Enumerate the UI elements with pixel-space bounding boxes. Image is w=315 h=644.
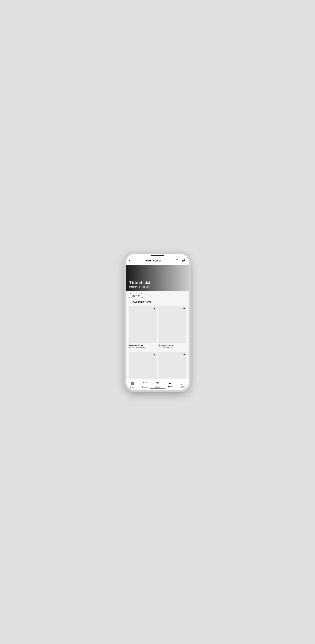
bottom-nav: Home Browse My Bag ♥ He: [126, 378, 189, 390]
menu-line-2: [129, 302, 132, 302]
share-icon: [175, 259, 179, 262]
product-card[interactable]: ♥: [129, 352, 156, 378]
heart-button[interactable]: ♥: [183, 307, 185, 310]
svg-rect-5: [132, 383, 134, 384]
browse-label: Browse: [142, 386, 148, 388]
product-image: ♥: [158, 352, 186, 378]
hero-banner: Title of List Description goes here: [126, 265, 189, 291]
hearts-nav-icon: ♥: [169, 382, 171, 385]
profile-icon: [181, 382, 184, 386]
product-image: ♥: [129, 306, 156, 343]
heart-button[interactable]: ♥: [154, 307, 155, 310]
svg-rect-1: [182, 260, 185, 262]
product-image: ♥: [129, 352, 156, 378]
mybag-label: My Bag: [155, 386, 160, 388]
nav-item-hearts[interactable]: ♥ Hearts: [164, 378, 176, 390]
nav-header: < Your Hearts: [126, 256, 189, 265]
hearts-label: Hearts: [168, 386, 172, 388]
bag-button[interactable]: [182, 258, 186, 263]
heart-button[interactable]: ♥: [183, 353, 185, 356]
section-header: Available Items: [129, 300, 186, 304]
myrtr-label: My RTR: [180, 386, 186, 388]
scroll-area: Title of List Description goes here Refr…: [126, 265, 189, 378]
hero-title: Title of List: [129, 280, 186, 285]
status-bar-pill: [151, 255, 164, 256]
home-label: Home: [130, 386, 135, 388]
product-image: ♥: [158, 306, 186, 343]
header-icons: [175, 258, 186, 263]
product-name: Isabella Knit Jumps...: [129, 347, 156, 349]
hero-description: Description goes here: [129, 286, 186, 288]
heart-button[interactable]: ♥: [154, 353, 155, 356]
product-grid: ♥ Designer Name Isabella Knit Jumps... ♥…: [129, 306, 186, 378]
product-card[interactable]: ♥ Designer Name Isabella Knit Jumps...: [158, 306, 186, 350]
nav-item-myrtr[interactable]: My RTR: [176, 378, 189, 390]
product-name: Isabella Knit Jumps...: [159, 347, 186, 349]
product-info: Designer Name Isabella Knit Jumps...: [129, 343, 156, 350]
svg-rect-3: [131, 383, 132, 384]
product-card[interactable]: ♥ +: [158, 352, 186, 378]
lock-icon: [182, 259, 186, 262]
nav-item-mybag[interactable]: My Bag: [151, 378, 164, 390]
available-items-title: Available Items: [133, 300, 152, 304]
svg-point-9: [182, 382, 183, 383]
product-designer: Designer Name: [159, 344, 186, 346]
home-icon: [130, 382, 134, 386]
menu-line-1: [129, 301, 132, 302]
back-button[interactable]: <: [129, 258, 132, 264]
page-title: Your Hearts: [146, 259, 161, 262]
content-area: Refresh Available Items ♥ Des: [126, 291, 189, 378]
product-info: Designer Name Isabella Knit Jumps...: [158, 343, 186, 350]
phone-frame: < Your Hearts Title of List: [126, 254, 189, 390]
svg-rect-4: [132, 382, 134, 383]
nav-item-browse[interactable]: Browse: [139, 378, 151, 390]
home-indicator: [150, 388, 166, 389]
status-bar: [126, 254, 189, 256]
bag-nav-icon: [156, 382, 159, 386]
share-button[interactable]: [175, 258, 179, 263]
product-designer: Designer Name: [129, 344, 156, 346]
nav-item-home[interactable]: Home: [126, 378, 139, 390]
menu-icon: [129, 301, 132, 303]
product-card[interactable]: ♥ Designer Name Isabella Knit Jumps...: [129, 306, 156, 350]
browse-icon: [143, 382, 147, 386]
menu-line-3: [129, 303, 130, 303]
refresh-button[interactable]: Refresh: [129, 293, 143, 298]
